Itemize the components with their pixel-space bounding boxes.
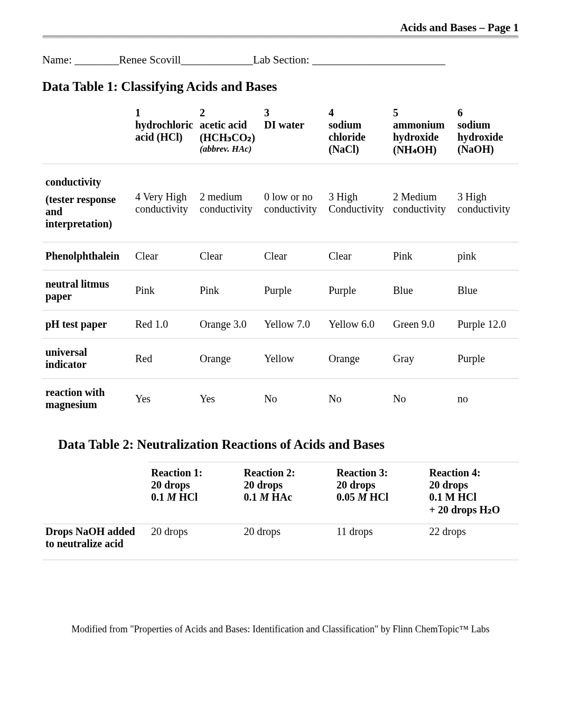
cell: pink xyxy=(454,242,519,270)
row-label: Phenolphthalein xyxy=(42,242,132,270)
table-row: universal indicator Red Orange Yellow Or… xyxy=(42,338,519,378)
cell: no xyxy=(454,378,519,418)
row-label-p2: (tester response and interpretation) xyxy=(45,193,129,230)
cell: Green 9.0 xyxy=(390,310,454,338)
cell: Purple xyxy=(454,338,519,378)
cell: Yellow 6.0 xyxy=(325,310,390,338)
cell: Gray xyxy=(390,338,454,378)
cell: Orange xyxy=(325,338,390,378)
h-l3: 0.05 M HCl xyxy=(336,491,423,503)
cell: Clear xyxy=(325,242,390,270)
table-row: pH test paper Red 1.0 Orange 3.0 Yellow … xyxy=(42,310,519,338)
cell: 20 drops xyxy=(148,523,241,560)
cell: Yellow xyxy=(261,338,325,378)
cell: Red 1.0 xyxy=(132,310,197,338)
table-1-corner xyxy=(42,104,132,163)
col-label: sodium chloride (NaCl) xyxy=(329,119,387,155)
table-1-header-row: 1 hydrochloric acid (HCl) 2 acetic acid … xyxy=(42,104,519,163)
h-l1: Reaction 4: xyxy=(429,467,516,479)
col-sub: (abbrev. HAc) xyxy=(200,144,258,154)
cell: No xyxy=(390,378,454,418)
row-label: pH test paper xyxy=(42,310,132,338)
row-label: Drops NaOH added to neutralize acid xyxy=(42,523,148,560)
col-num: 1 xyxy=(135,107,193,119)
section-1-title: Data Table 1: Classifying Acids and Base… xyxy=(42,79,519,94)
col-label: sodium hydroxide (NaOH) xyxy=(457,119,516,155)
cell: Orange xyxy=(197,338,261,378)
table-row: Drops NaOH added to neutralize acid 20 d… xyxy=(42,523,519,560)
table-row: Phenolphthalein Clear Clear Clear Clear … xyxy=(42,242,519,270)
cell: Pink xyxy=(132,270,197,310)
footer-citation: Modified from "Properties of Acids and B… xyxy=(42,624,519,635)
h-l1: Reaction 3: xyxy=(336,467,423,479)
section-2-title: Data Table 2: Neutralization Reactions o… xyxy=(58,437,519,452)
cell: Yes xyxy=(132,378,197,418)
cell: No xyxy=(261,378,325,418)
cell: 4 Very High conductivity xyxy=(132,163,197,242)
cell: Yes xyxy=(197,378,261,418)
col-label: ammonium hydroxide (NH₄OH) xyxy=(393,119,451,156)
row-label: reaction with magnesium xyxy=(42,378,132,418)
col-num: 4 xyxy=(329,107,387,119)
cell: Clear xyxy=(132,242,197,270)
table-1: 1 hydrochloric acid (HCl) 2 acetic acid … xyxy=(42,104,519,418)
col-label: hydrochloric acid (HCl) xyxy=(135,119,193,143)
h-l3: 0.1 M HCl xyxy=(151,491,238,503)
cell: Clear xyxy=(261,242,325,270)
col-label: DI water xyxy=(264,119,322,131)
cell: Purple xyxy=(261,270,325,310)
row-label-p1: conductivity xyxy=(45,176,129,188)
divider xyxy=(42,35,519,39)
cell: Blue xyxy=(454,270,519,310)
t2-col-header-2: Reaction 2: 20 drops 0.1 M HAc xyxy=(241,462,334,523)
cell: 3 High Conductivity xyxy=(325,163,390,242)
cell: 20 drops xyxy=(241,523,334,560)
cell: 2 Medium conductivity xyxy=(390,163,454,242)
h-l3: 0.1 M HAc xyxy=(244,491,331,503)
col-header-6: 6 sodium hydroxide (NaOH) xyxy=(454,104,519,163)
cell: 2 medium conductivity xyxy=(197,163,261,242)
name-underline: _____________ xyxy=(181,53,253,66)
col-label: acetic acid (HCH₃CO₂) xyxy=(200,119,258,144)
h-l3: 0.1 M HCl xyxy=(429,491,516,503)
row-label: conductivity (tester response and interp… xyxy=(42,163,132,242)
cell: 3 High conductivity xyxy=(454,163,519,242)
col-num: 6 xyxy=(457,107,516,119)
cell: Pink xyxy=(197,270,261,310)
table-2-header-row: Reaction 1: 20 drops 0.1 M HCl Reaction … xyxy=(42,462,519,523)
lab-section-label: Lab Section: ________________________ xyxy=(253,53,445,66)
h-l2: 20 drops xyxy=(429,479,516,491)
cell: Purple 12.0 xyxy=(454,310,519,338)
page-header: Acids and Bases – Page 1 xyxy=(42,21,519,35)
cell: 0 low or no conductivity xyxy=(261,163,325,242)
t2-col-header-3: Reaction 3: 20 drops 0.05 M HCl xyxy=(333,462,426,523)
col-header-1: 1 hydrochloric acid (HCl) xyxy=(132,104,197,163)
cell: Orange 3.0 xyxy=(197,310,261,338)
col-num: 3 xyxy=(264,107,322,119)
name-prefix: Name: ________ xyxy=(42,53,119,66)
h-l2: 20 drops xyxy=(244,479,331,491)
col-header-5: 5 ammonium hydroxide (NH₄OH) xyxy=(390,104,454,163)
table-2-corner xyxy=(42,462,148,523)
table-row: conductivity (tester response and interp… xyxy=(42,163,519,242)
cell: Yellow 7.0 xyxy=(261,310,325,338)
row-label: universal indicator xyxy=(42,338,132,378)
cell: Clear xyxy=(197,242,261,270)
col-header-3: 3 DI water xyxy=(261,104,325,163)
h-l4: + 20 drops H₂O xyxy=(429,503,516,516)
h-l1: Reaction 2: xyxy=(244,467,331,479)
cell: 11 drops xyxy=(333,523,426,560)
cell: Red xyxy=(132,338,197,378)
h-l2: 20 drops xyxy=(151,479,238,491)
cell: Purple xyxy=(325,270,390,310)
student-name: Renee Scovill xyxy=(119,53,181,66)
h-l1: Reaction 1: xyxy=(151,467,238,479)
name-line: Name: ________Renee Scovill_____________… xyxy=(42,53,519,67)
table-row: reaction with magnesium Yes Yes No No No… xyxy=(42,378,519,418)
col-num: 5 xyxy=(393,107,451,119)
table-row: neutral litmus paper Pink Pink Purple Pu… xyxy=(42,270,519,310)
cell: 22 drops xyxy=(426,523,519,560)
col-header-2: 2 acetic acid (HCH₃CO₂) (abbrev. HAc) xyxy=(197,104,261,163)
table-2: Reaction 1: 20 drops 0.1 M HCl Reaction … xyxy=(42,462,519,560)
cell: Pink xyxy=(390,242,454,270)
